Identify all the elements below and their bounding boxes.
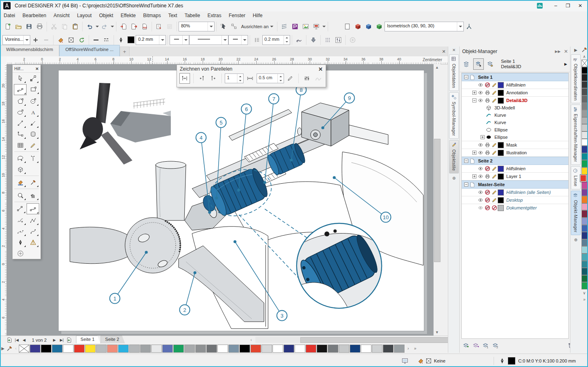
printer-icon[interactable]: [484, 150, 491, 156]
color-swatch[interactable]: [184, 345, 195, 353]
color-swatch[interactable]: [162, 345, 173, 353]
preset-combo-caret[interactable]: [23, 36, 30, 44]
no-color-swatch[interactable]: [581, 60, 588, 67]
table-tool[interactable]: [14, 140, 26, 150]
arrowhead-start-combo-caret[interactable]: [182, 36, 189, 44]
palette-scroll-up-icon[interactable]: ∧: [581, 53, 588, 60]
tree-layer-row[interactable]: Hilfslinien (alle Seiten): [462, 189, 568, 196]
color-swatch[interactable]: [140, 345, 151, 353]
palette-expand-icon[interactable]: »: [581, 296, 588, 302]
drawing-canvas[interactable]: 12345678910: [7, 64, 440, 336]
layer-manager-view-button[interactable]: [461, 58, 472, 70]
color-swatch[interactable]: [581, 81, 588, 89]
last-page-icon[interactable]: ▶|: [58, 336, 65, 343]
dropdown-caret[interactable]: [95, 21, 99, 32]
new-doc-button[interactable]: [2, 21, 13, 32]
horizontal-ruler[interactable]: Zentimeter 20246810121416182022242628303…: [7, 56, 448, 65]
palette-scroll-down-icon[interactable]: ∨: [581, 289, 588, 296]
image-editor-button[interactable]: [300, 21, 311, 32]
docker-tab-objektdaten[interactable]: Objektdaten: [449, 54, 459, 91]
bspline-tool[interactable]: [14, 226, 26, 236]
color-swatch[interactable]: [74, 345, 85, 353]
tree-layer-row[interactable]: Detail&3D: [462, 97, 568, 104]
app-launcher-button[interactable]: [311, 21, 322, 32]
color-swatch[interactable]: [581, 182, 588, 189]
color-swatch[interactable]: [262, 345, 272, 353]
drawing-plane-combo-caret[interactable]: [457, 22, 463, 31]
collapse-icon[interactable]: [472, 98, 477, 102]
add-docker-icon[interactable]: ⊕: [448, 175, 460, 181]
pen-tool[interactable]: [14, 237, 26, 247]
sliders-box-button[interactable]: [333, 35, 344, 45]
add-line-left-button[interactable]: [197, 73, 207, 83]
color-swatch[interactable]: [581, 261, 588, 268]
ruler-origin-button[interactable]: [0, 56, 7, 65]
horizontal-scroll-thumb[interactable]: [300, 337, 448, 343]
color-swatch[interactable]: [339, 345, 349, 353]
projection-axes-button[interactable]: [464, 21, 474, 32]
color-swatch[interactable]: [239, 345, 250, 353]
circle-tool[interactable]: [27, 96, 39, 106]
zoom-tool[interactable]: [14, 190, 26, 200]
monitor-icon[interactable]: [402, 358, 408, 364]
next-page-icon[interactable]: ▶: [51, 336, 58, 343]
color-swatch[interactable]: [63, 345, 74, 353]
color-swatch[interactable]: [581, 189, 588, 196]
outline-lines-button[interactable]: [279, 21, 290, 32]
expand-icon[interactable]: [472, 91, 477, 95]
collapse-icon[interactable]: [463, 75, 469, 79]
tree-layer-row[interactable]: Desktop: [462, 196, 568, 204]
zoom-level-combo-caret[interactable]: [208, 22, 214, 31]
parallel-sliders-button[interactable]: [302, 73, 312, 83]
color-swatch[interactable]: [328, 345, 338, 353]
cube-3d-tool[interactable]: [14, 164, 26, 174]
docker-tab-symbol-manager[interactable]: Symbol-Manager: [449, 92, 459, 139]
color-swatch[interactable]: [206, 345, 217, 353]
menu-item-ansicht[interactable]: Ansicht: [50, 11, 73, 20]
color-swatch[interactable]: [52, 345, 63, 353]
color-swatch[interactable]: [306, 345, 316, 353]
dot-grid-button[interactable]: [322, 35, 333, 45]
noprint-icon[interactable]: [484, 197, 491, 203]
pen-nib-button[interactable]: [116, 35, 126, 45]
tree-object-row[interactable]: Ellipse: [462, 126, 568, 133]
docker-tab-eigenschaften-manager[interactable]: Eigenschaften-Manager: [571, 105, 581, 165]
tree-page-row[interactable]: Seite 2: [462, 157, 568, 165]
freehand-tool[interactable]: [14, 215, 26, 225]
pencil-icon[interactable]: [491, 98, 498, 103]
pencil-icon[interactable]: [491, 90, 498, 96]
import-button[interactable]: [118, 21, 129, 32]
previous-page-icon[interactable]: ◀: [20, 336, 28, 343]
menu-item-datei[interactable]: Datei: [0, 11, 19, 20]
add-line-right-button[interactable]: [208, 73, 218, 83]
new-master-all-icon[interactable]: [473, 342, 479, 349]
pyramid-tool[interactable]: [27, 237, 39, 247]
expand-icon[interactable]: [472, 174, 477, 178]
scroll-up-icon[interactable]: ▲: [434, 64, 440, 71]
text-tool[interactable]: A: [27, 107, 39, 117]
color-swatch[interactable]: [195, 345, 206, 353]
eye-icon[interactable]: [477, 98, 484, 103]
tree-object-row[interactable]: 3D-Modell: [462, 104, 568, 111]
parallel-count-spin[interactable]: 1: [225, 73, 244, 83]
palette-scroll-left-icon[interactable]: ‹: [13, 345, 19, 352]
palette-scroll-right-icon[interactable]: ›: [405, 345, 411, 352]
polyline-tool[interactable]: [27, 215, 39, 225]
bezier-tool[interactable]: [27, 226, 39, 236]
outline-width-combo-caret[interactable]: [159, 36, 165, 44]
collapse-icon[interactable]: [463, 159, 469, 163]
lasso-tool[interactable]: [14, 153, 26, 163]
color-swatch[interactable]: [581, 268, 588, 275]
pencil-icon[interactable]: [491, 142, 498, 148]
add-page-button-2[interactable]: [65, 336, 73, 343]
stitch-button[interactable]: [252, 35, 262, 45]
tree-layer-row[interactable]: Hilfslinien: [462, 165, 568, 173]
color-swatch[interactable]: [284, 345, 294, 353]
callout-tool[interactable]: [27, 118, 39, 128]
pencil-icon[interactable]: [491, 173, 498, 179]
zoom-level-combo[interactable]: 80%: [179, 22, 215, 31]
tree-object-row[interactable]: Kurve: [462, 119, 568, 126]
pdf-button[interactable]: PDF: [139, 21, 150, 32]
paste-button[interactable]: [70, 21, 80, 32]
parallel-mode-button[interactable]: [179, 73, 190, 84]
